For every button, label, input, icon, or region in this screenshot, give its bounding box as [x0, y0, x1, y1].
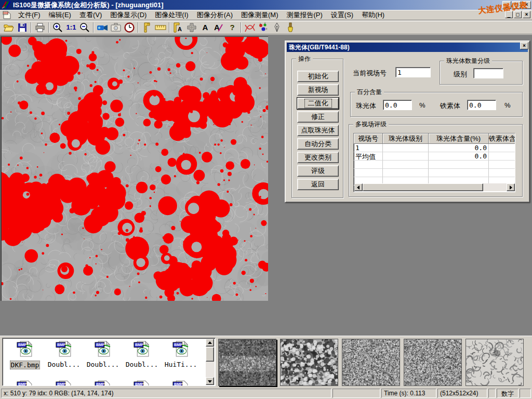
- cell: 0.0: [429, 152, 489, 161]
- menu-image-display[interactable]: 图像显示(D): [106, 9, 151, 21]
- mdi-restore-button[interactable]: □: [514, 11, 522, 18]
- menu-report[interactable]: 测量报告(P): [282, 9, 326, 21]
- svg-text:A: A: [178, 26, 182, 32]
- bmp-file-icon: BMP: [95, 380, 112, 386]
- operations-group-label: 操作: [296, 55, 313, 62]
- save-icon[interactable]: [16, 21, 29, 34]
- scroll-up-icon[interactable]: [206, 339, 214, 347]
- title-bar[interactable]: IS100显微摄像系统(金相分析版) - [zhuguangti01] _ □ …: [0, 0, 532, 10]
- pearlite-label: 珠光体: [356, 101, 376, 111]
- print-icon[interactable]: [33, 21, 47, 34]
- file-item[interactable]: BMP: [124, 380, 160, 386]
- mdi-close-button[interactable]: ×: [523, 11, 530, 18]
- current-field-label: 当前视场号: [353, 69, 387, 78]
- rating-table[interactable]: 视场号 珠光体级别 珠光体含量(%) 铁素体含量(%) 1 0.0 平均值 0.…: [353, 133, 515, 192]
- file-item[interactable]: BMP Doubl...: [46, 340, 82, 369]
- correct-button[interactable]: 修正: [297, 111, 339, 123]
- scrollbar-thumb[interactable]: [206, 347, 214, 362]
- bmp-file-icon: BMP: [134, 340, 151, 357]
- binarize-button[interactable]: 二值化: [297, 98, 339, 109]
- col-ferrite-content: 铁素体含量(%): [489, 134, 515, 144]
- table-row[interactable]: [354, 161, 515, 169]
- scroll-down-icon[interactable]: [206, 377, 214, 385]
- table-row[interactable]: [354, 169, 515, 177]
- current-field-input[interactable]: [395, 67, 431, 77]
- rate-button[interactable]: 评级: [297, 165, 339, 177]
- workspace: 珠光体(GB/T9441-88) × 操作 初始化 新视场 二值化 修正 点取珠…: [0, 35, 532, 336]
- open-icon[interactable]: [2, 21, 16, 34]
- menu-help[interactable]: 帮助(H): [357, 9, 389, 21]
- scroll-right-icon[interactable]: [507, 183, 515, 191]
- window-title: IS100显微摄像系统(金相分析版) - [zhuguangti01]: [13, 1, 164, 10]
- file-list-scrollbar[interactable]: [206, 339, 215, 385]
- caliper-text-icon[interactable]: A: [171, 21, 185, 34]
- ferrite-label: 铁素体: [440, 101, 460, 111]
- table-row[interactable]: 平均值 0.0: [354, 152, 515, 161]
- app-logo-icon: [2, 1, 11, 9]
- file-item[interactable]: BMP: [163, 380, 199, 386]
- table-horizontal-scrollbar[interactable]: [354, 183, 515, 191]
- thumbnail-image[interactable]: [404, 339, 462, 386]
- file-item[interactable]: BMP: [7, 380, 43, 386]
- curve-icon[interactable]: [243, 21, 257, 34]
- video-camera-icon[interactable]: [96, 21, 109, 34]
- zoom-out-icon[interactable]: [78, 21, 91, 34]
- dialog-title-bar[interactable]: 珠光体(GB/T9441-88): [287, 43, 528, 52]
- menu-image-process[interactable]: 图像处理(I): [151, 9, 192, 21]
- classify-icon[interactable]: 123: [257, 21, 270, 34]
- pen-icon[interactable]: [270, 21, 284, 34]
- menu-settings[interactable]: 设置(S): [327, 9, 357, 21]
- file-item[interactable]: BMP DKF.bmp: [7, 340, 43, 369]
- document-icon[interactable]: DOC: [3, 11, 12, 19]
- menu-bar: DOC 文件(F) 编辑(E) 查看(V) 图像显示(D) 图像处理(I) 图像…: [0, 10, 532, 20]
- status-image-size: (512x512x24): [437, 389, 487, 398]
- file-item[interactable]: BMP: [85, 380, 121, 386]
- scrollbar-thumb[interactable]: [363, 183, 483, 191]
- annotate-icon[interactable]: A: [212, 21, 225, 34]
- pearlite-input[interactable]: [383, 100, 412, 110]
- caliper-icon[interactable]: [140, 21, 154, 34]
- menu-edit[interactable]: 编辑(E): [45, 9, 75, 21]
- brush-icon[interactable]: [284, 21, 297, 34]
- thumbnail-image[interactable]: [342, 339, 400, 386]
- return-button[interactable]: 返回: [297, 179, 339, 190]
- new-field-button[interactable]: 新视场: [297, 84, 339, 96]
- table-row[interactable]: 1 0.0: [354, 144, 515, 152]
- auto-classify-button[interactable]: 自动分类: [297, 138, 339, 150]
- toolbar-separator: [138, 22, 139, 33]
- pick-pearlite-button[interactable]: 点取珠光体: [297, 125, 339, 136]
- ruler-icon[interactable]: [154, 21, 167, 34]
- init-button[interactable]: 初始化: [297, 71, 339, 82]
- thumbnail-image[interactable]: [280, 339, 338, 386]
- file-item[interactable]: BMP HuiTi...: [163, 340, 199, 369]
- cross-grid-icon[interactable]: [185, 21, 198, 34]
- help-icon[interactable]: ?: [225, 21, 239, 34]
- thumbnail-image[interactable]: [466, 339, 524, 386]
- text-icon[interactable]: A: [198, 21, 212, 34]
- clock-icon[interactable]: [123, 21, 136, 34]
- bmp-file-icon: BMP: [56, 380, 73, 386]
- change-class-button[interactable]: 更改类别: [297, 152, 339, 163]
- dialog-close-icon[interactable]: ×: [520, 42, 528, 49]
- pearlite-dialog[interactable]: 珠光体(GB/T9441-88) × 操作 初始化 新视场 二值化 修正 点取珠…: [285, 41, 530, 203]
- menu-image-measure[interactable]: 图像测量(M): [237, 9, 283, 21]
- file-item[interactable]: BMP Doubl...: [124, 340, 160, 369]
- toolbar: 1:1 A A A ? 123: [0, 21, 532, 34]
- col-pearlite-content: 珠光体含量(%): [429, 134, 489, 144]
- file-item[interactable]: BMP Doubl...: [85, 340, 121, 369]
- thumbnail-image[interactable]: [218, 339, 276, 386]
- camera-icon[interactable]: [109, 21, 123, 34]
- ferrite-input[interactable]: [467, 100, 496, 110]
- grade-input[interactable]: [473, 68, 503, 78]
- file-list[interactable]: BMP DKF.bmp BMP Doubl... BMP: [2, 338, 216, 386]
- menu-file[interactable]: 文件(F): [14, 9, 45, 21]
- micrograph-image[interactable]: [1, 36, 268, 301]
- scroll-left-icon[interactable]: [354, 183, 363, 191]
- file-item[interactable]: BMP: [46, 380, 82, 386]
- zoom-in-icon[interactable]: [51, 21, 64, 34]
- toolbar-separator: [31, 22, 32, 33]
- menu-view[interactable]: 查看(V): [75, 9, 106, 21]
- bmp-file-icon: BMP: [95, 340, 112, 357]
- one-to-one-icon[interactable]: 1:1: [64, 21, 78, 34]
- menu-image-analysis[interactable]: 图像分析(A): [193, 9, 237, 21]
